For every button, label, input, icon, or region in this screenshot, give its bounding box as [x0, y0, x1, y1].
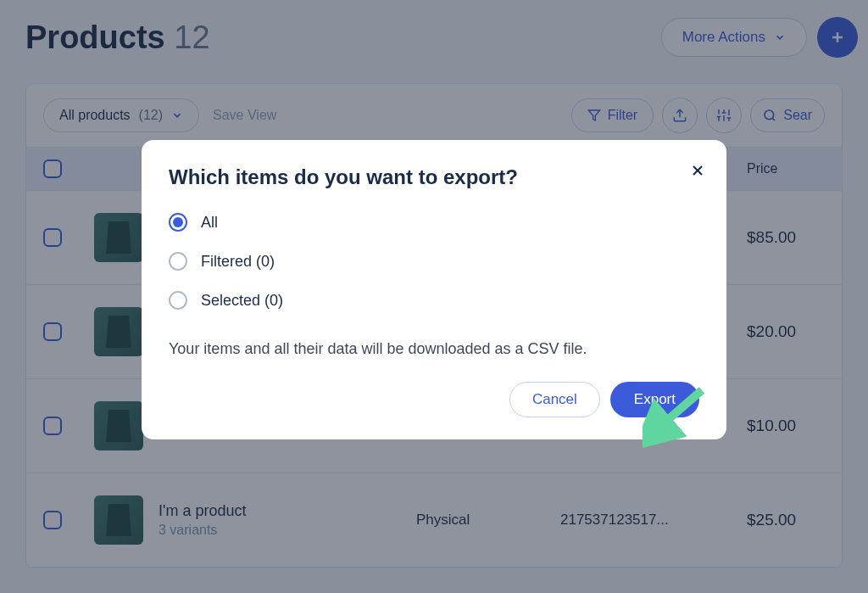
- radio-option-all[interactable]: All: [169, 213, 699, 232]
- export-button[interactable]: Export: [610, 382, 699, 417]
- modal-description: Your items and all their data will be do…: [169, 340, 699, 358]
- cancel-button[interactable]: Cancel: [509, 382, 600, 417]
- radio-input[interactable]: [169, 291, 187, 310]
- radio-option-filtered[interactable]: Filtered (0): [169, 252, 699, 271]
- radio-label: All: [201, 214, 218, 232]
- modal-actions: Cancel Export: [169, 382, 699, 417]
- export-modal: Which items do you want to export? All F…: [142, 140, 726, 439]
- radio-label: Filtered (0): [201, 253, 275, 271]
- radio-input[interactable]: [169, 213, 187, 232]
- modal-overlay[interactable]: Which items do you want to export? All F…: [0, 0, 868, 593]
- radio-input[interactable]: [169, 252, 187, 271]
- radio-label: Selected (0): [201, 292, 283, 310]
- radio-option-selected[interactable]: Selected (0): [169, 291, 699, 310]
- close-button[interactable]: [689, 159, 706, 185]
- export-options: All Filtered (0) Selected (0): [169, 213, 699, 310]
- close-icon: [689, 162, 706, 179]
- modal-title: Which items do you want to export?: [169, 165, 699, 189]
